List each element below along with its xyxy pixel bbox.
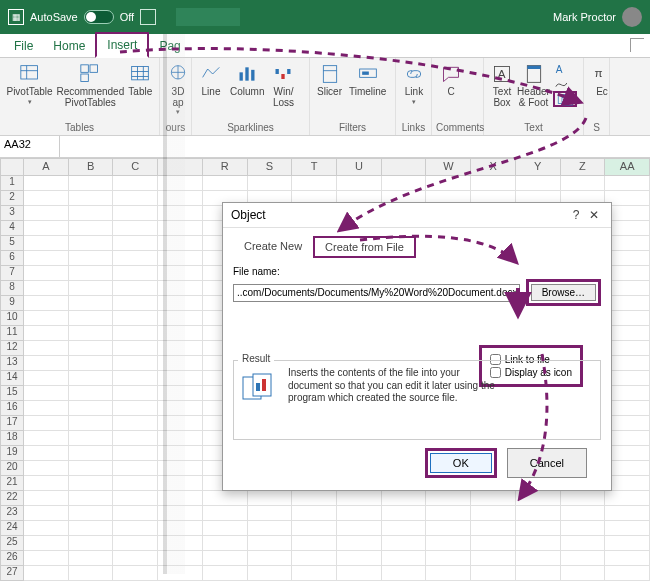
cell[interactable]	[113, 461, 158, 476]
cell[interactable]	[113, 251, 158, 266]
cell[interactable]	[337, 521, 382, 536]
cell[interactable]	[605, 506, 650, 521]
cell[interactable]	[158, 401, 203, 416]
cell[interactable]	[337, 491, 382, 506]
row-header[interactable]: 27	[0, 566, 24, 581]
cell[interactable]	[158, 371, 203, 386]
cell[interactable]	[24, 506, 69, 521]
cell[interactable]	[158, 236, 203, 251]
cell[interactable]	[24, 431, 69, 446]
cell[interactable]	[292, 176, 337, 191]
cell[interactable]	[516, 536, 561, 551]
cell[interactable]	[24, 356, 69, 371]
save-icon[interactable]	[140, 9, 156, 25]
cell[interactable]	[24, 326, 69, 341]
cell[interactable]	[248, 176, 293, 191]
column-header[interactable]: A	[24, 158, 69, 176]
cell[interactable]	[337, 566, 382, 581]
cell[interactable]	[605, 446, 650, 461]
cell[interactable]	[69, 416, 114, 431]
cell[interactable]	[24, 311, 69, 326]
cell[interactable]	[426, 491, 471, 506]
column-header[interactable]: R	[203, 158, 248, 176]
cell[interactable]	[605, 491, 650, 506]
cell[interactable]	[203, 551, 248, 566]
cell[interactable]	[69, 521, 114, 536]
avatar[interactable]	[622, 7, 642, 27]
cell[interactable]	[203, 521, 248, 536]
cell[interactable]	[24, 251, 69, 266]
cell[interactable]	[69, 431, 114, 446]
cell[interactable]	[69, 311, 114, 326]
cell[interactable]	[69, 386, 114, 401]
cell[interactable]	[203, 506, 248, 521]
cell[interactable]	[113, 356, 158, 371]
cell[interactable]	[24, 281, 69, 296]
row-header[interactable]: 19	[0, 446, 24, 461]
cell[interactable]	[113, 491, 158, 506]
search-input[interactable]	[176, 8, 240, 26]
cell[interactable]	[113, 266, 158, 281]
cell[interactable]	[24, 446, 69, 461]
row-header[interactable]: 25	[0, 536, 24, 551]
3d-map-button[interactable]: 3D ap ▾	[164, 62, 192, 115]
cell[interactable]	[113, 401, 158, 416]
cell[interactable]	[471, 176, 516, 191]
cell[interactable]	[158, 491, 203, 506]
row-header[interactable]: 12	[0, 341, 24, 356]
cell[interactable]	[471, 491, 516, 506]
row-header[interactable]: 15	[0, 386, 24, 401]
tab-file[interactable]: File	[4, 35, 43, 57]
column-header[interactable]: W	[426, 158, 471, 176]
cell[interactable]	[605, 476, 650, 491]
column-header[interactable]: S	[248, 158, 293, 176]
column-header[interactable]: X	[471, 158, 516, 176]
cell[interactable]	[605, 311, 650, 326]
cell[interactable]	[24, 476, 69, 491]
cell[interactable]	[113, 371, 158, 386]
cell[interactable]	[605, 401, 650, 416]
cell[interactable]	[605, 326, 650, 341]
row-header[interactable]: 11	[0, 326, 24, 341]
cell[interactable]	[561, 566, 606, 581]
cell[interactable]	[561, 521, 606, 536]
cell[interactable]	[24, 551, 69, 566]
cell[interactable]	[69, 191, 114, 206]
cell[interactable]	[605, 416, 650, 431]
cell[interactable]	[337, 176, 382, 191]
cell[interactable]	[516, 551, 561, 566]
row-header[interactable]: 10	[0, 311, 24, 326]
cell[interactable]	[471, 506, 516, 521]
timeline-button[interactable]: Timeline	[346, 62, 389, 99]
cell[interactable]	[158, 446, 203, 461]
row-header[interactable]: 22	[0, 491, 24, 506]
cell[interactable]	[382, 176, 427, 191]
cell[interactable]	[69, 371, 114, 386]
cell[interactable]	[113, 386, 158, 401]
cell[interactable]	[471, 566, 516, 581]
cell[interactable]	[113, 566, 158, 581]
cell[interactable]	[337, 506, 382, 521]
column-header[interactable]: C	[113, 158, 158, 176]
cell[interactable]	[69, 341, 114, 356]
cell[interactable]	[113, 191, 158, 206]
cell[interactable]	[292, 506, 337, 521]
cell[interactable]	[605, 296, 650, 311]
cell[interactable]	[248, 536, 293, 551]
cell[interactable]	[158, 221, 203, 236]
row-header[interactable]: 20	[0, 461, 24, 476]
cell[interactable]	[426, 521, 471, 536]
column-header[interactable]: T	[292, 158, 337, 176]
cell[interactable]	[382, 521, 427, 536]
cell[interactable]	[69, 236, 114, 251]
row-header[interactable]: 14	[0, 371, 24, 386]
cell[interactable]	[382, 506, 427, 521]
cell[interactable]	[69, 221, 114, 236]
cell[interactable]	[113, 311, 158, 326]
cell[interactable]	[69, 446, 114, 461]
object-button[interactable]	[553, 91, 577, 107]
cell[interactable]	[69, 491, 114, 506]
sparkline-winloss-button[interactable]: Win/ Loss	[268, 62, 298, 109]
cell[interactable]	[605, 206, 650, 221]
cell[interactable]	[605, 386, 650, 401]
